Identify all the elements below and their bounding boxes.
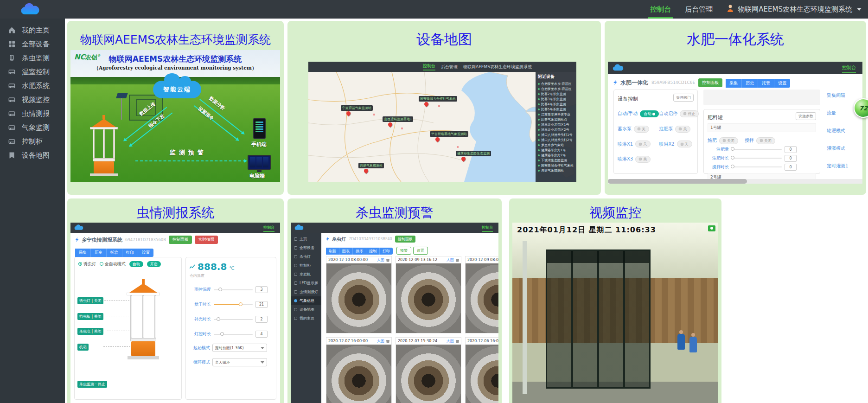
person-figure: [689, 337, 697, 352]
nearby-device-item[interactable]: 下塘湾生态园监测: [538, 158, 574, 163]
pin-icon: [538, 93, 540, 95]
sidebar-item-greenhouse[interactable]: 温室控制: [0, 65, 65, 79]
nearby-device-item[interactable]: 浦口八卦洲杀虫灯1号: [538, 132, 574, 137]
mini-sidebar-item-active: 气象信息: [291, 296, 321, 305]
sidebar-item-label: 水肥系统: [22, 82, 50, 90]
insect-photo: [466, 345, 498, 403]
nearby-device-item[interactable]: 比赛4号杀虫监测: [538, 102, 574, 107]
device-id: 7D4107D4932103BF40: [349, 237, 392, 241]
card-fert-title[interactable]: 水肥一体化系统: [605, 30, 866, 49]
photo-tile: 2020-12-09 13:16:12 大图: [396, 256, 461, 333]
mini-sidebar-item: 主页: [291, 235, 321, 243]
nav-console-label: 控制台: [650, 5, 671, 14]
status-chip: 挡虫板 | 关闭: [77, 313, 103, 320]
insect-lamp-pole: [113, 129, 115, 158]
card-pest-title[interactable]: 虫情测报系统: [67, 204, 284, 222]
pin-icon: [538, 154, 540, 156]
card-hero-title[interactable]: 物联网AEEMS农林生态环境监测系统: [67, 32, 284, 47]
video-still-image[interactable]: 2021年01月12日 星期二 11:06:33: [512, 223, 718, 403]
sidebar-item-home[interactable]: 我的主页: [0, 23, 65, 37]
sidebar-item-weather[interactable]: 气象监测: [0, 121, 65, 134]
nearby-device-item[interactable]: 比赛3号杀虫监测: [538, 96, 574, 102]
nearby-device-item[interactable]: 合肥梦里水乡-育苗区: [538, 81, 574, 86]
map-pin[interactable]: 宁夏育苗气象监测站: [341, 105, 373, 115]
pest-lamp-base: [131, 341, 155, 356]
insect-photo: [396, 345, 461, 403]
nearby-device-item[interactable]: 涌泉农业示范区1号: [538, 122, 574, 127]
device-header: 水肥一体化 859A9FB514CD1C6E 控制面板 采集历史托管设置: [613, 77, 790, 88]
bolt-icon: [75, 237, 79, 243]
hero-image[interactable]: NC农创® 物联网AEEMS农林生态环境监测系统 （Agroforestry e…: [70, 50, 280, 182]
device-icon: [8, 96, 16, 103]
nav-admin[interactable]: 后台管理: [685, 0, 713, 19]
nearby-device-item[interactable]: 比赛气象监测站点: [538, 117, 574, 122]
nearby-device-item[interactable]: 涌泉农业示范区2号: [538, 127, 574, 132]
map-pin[interactable]: 吕梁气象观测站: [358, 163, 384, 173]
sidebar-item-control-cabinet[interactable]: 控制柜: [0, 134, 65, 148]
nearby-device-item[interactable]: 比赛5号杀虫监测: [538, 107, 574, 112]
control-row: 自动/手动自动: [618, 108, 659, 117]
killer-monitor-image[interactable]: 控制台 主页 全部设备 杀虫灯 控制柜 水肥机 LED显示屏 虫情测报灯 气象信…: [291, 223, 498, 403]
mini-sidebar-item: 全部设备: [291, 243, 321, 252]
nearby-device-item[interactable]: 固安暴绿合作社气象站: [538, 163, 574, 168]
nav-account-dropdown[interactable]: 物联网AEEMS农林生态环境监测系统: [727, 0, 862, 19]
pest-lamp-pole: [142, 295, 144, 338]
floating-badge-label: 72: [859, 105, 868, 112]
nearby-device-item[interactable]: 吕梁气象观测站: [538, 168, 574, 173]
nearby-device-item[interactable]: 合肥梦里水乡-育苗区: [538, 86, 574, 91]
nearby-device-item[interactable]: 健康谷杀虫灯1号: [538, 147, 574, 153]
sidebar-item-pest-report[interactable]: 虫情测报: [0, 107, 65, 121]
map-pin[interactable]: 平台联络基地气象监测站: [430, 131, 468, 141]
arrow-label-warning: 监测预警: [170, 148, 207, 157]
card-map-title[interactable]: 设备地图: [287, 30, 601, 49]
slider-row: 灯控时长 4: [190, 331, 272, 338]
trash-icon: [456, 339, 459, 343]
sidebar-item-fertigation[interactable]: 水肥系统: [0, 79, 65, 93]
sidebar-item-insect-killer[interactable]: 杀虫监测: [0, 51, 65, 65]
nearby-device-item[interactable]: 比赛2号杀虫监测: [538, 91, 574, 96]
mini-admin-label: 后台管理: [441, 64, 458, 70]
fertigation-image[interactable]: 控制台 水肥一体化 859A9FB514CD1C6E 控制面板 采集历史托管设置…: [608, 62, 862, 184]
mini-navbar: 控制台 后台管理 物联网AEEMS农林生态环境监测系统: [308, 62, 576, 72]
sidebar-item-label: 控制柜: [22, 137, 43, 146]
pest-report-image[interactable]: 控制台 乡宁虫情测报系统 6947181D7183560B 控制面板 实时拍照 …: [70, 223, 280, 403]
callout-line: [106, 316, 129, 316]
nav-console[interactable]: 控制台: [650, 0, 671, 19]
insect-lamp-stand: [90, 173, 118, 176]
map-pin[interactable]: 健康谷生态园生态监测: [456, 151, 491, 161]
dashed-arrow-line: [135, 160, 246, 161]
card-killer-title[interactable]: 杀虫监测预警: [287, 204, 502, 222]
hero-subheading: （Agroforestry ecological environment mon…: [70, 65, 280, 71]
photo-timestamp: 2020-12-09 08:00:00: [467, 258, 498, 262]
setting-label: 定时灌溉1: [827, 163, 848, 169]
pc-illustration: [248, 155, 271, 170]
scrollbar-thumb[interactable]: [608, 179, 747, 184]
sidebar-item-video[interactable]: 视频监控: [0, 93, 65, 107]
sidebar-item-all-devices[interactable]: 全部设备: [0, 37, 65, 51]
control-row: 喷淋X3关: [618, 154, 659, 163]
map-pin[interactable]: 固安暴绿乡合作社气象站: [419, 96, 457, 106]
cloud-logo-icon[interactable]: [20, 3, 40, 17]
toolbar-button: 图表: [339, 248, 353, 255]
pin-icon: [538, 170, 540, 172]
slider-row: 搅拌时长 0: [708, 164, 816, 171]
nearby-device-item[interactable]: 健康谷杀虫灯2号: [538, 153, 574, 158]
insect-photo: [396, 263, 461, 333]
nearby-device-item[interactable]: 江苏显示屏科技专业: [538, 112, 574, 117]
sidebar-item-device-map[interactable]: 设备地图: [0, 148, 65, 162]
nearby-device-item[interactable]: 梦里水乡气象站: [538, 142, 574, 147]
map-pin[interactable]: 山西运城监测基地1: [383, 116, 413, 127]
control-row: 喷淋X2关: [659, 139, 699, 148]
setting-label: 采集间隔: [827, 92, 848, 99]
chevron-down-icon: [261, 347, 264, 349]
card-video-title[interactable]: 视频监控: [509, 204, 721, 222]
mini-sidebar-item: 杀虫灯: [291, 252, 321, 261]
lamp-icon: [8, 54, 16, 62]
status-banner: [703, 90, 820, 105]
device-map-image[interactable]: 控制台 后台管理 物联网AEEMS农林生态环境监测系统: [308, 62, 576, 182]
nearby-device-item[interactable]: 浦口八卦洲杀虫灯2号: [538, 137, 574, 142]
mini-main: 杀虫灯 7D4107D4932103BF40 控制面板 刷新图表排序控制打印 预…: [321, 233, 498, 403]
nav-account-label: 物联网AEEMS农林生态环境监测系统: [738, 5, 852, 14]
auto-pill: 自动: [129, 261, 143, 267]
sidebar-item-label: 气象监测: [22, 123, 50, 132]
